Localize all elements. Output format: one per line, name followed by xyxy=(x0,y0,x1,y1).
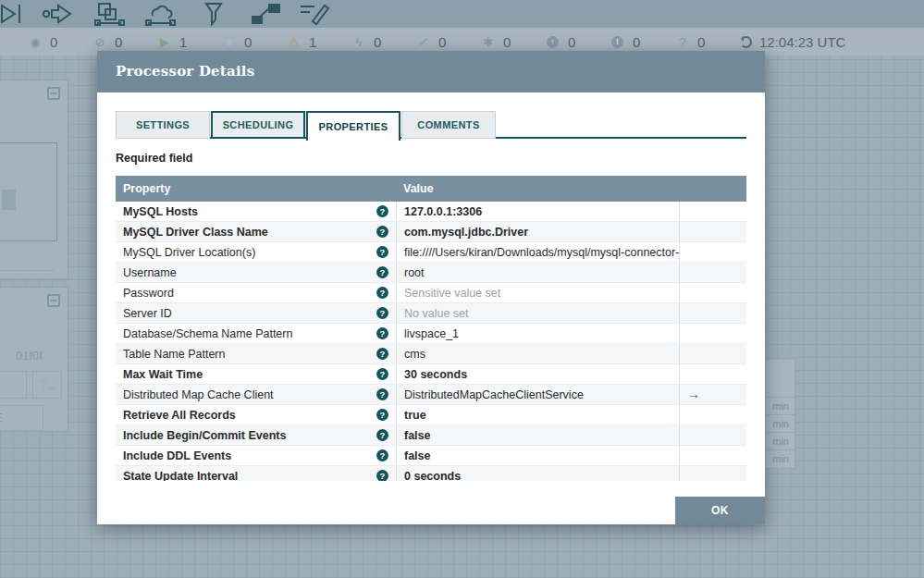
last-refresh-time: 12:04:23 UTC xyxy=(759,34,845,50)
locally-modified-stale-icon: ! xyxy=(611,36,623,48)
help-icon[interactable]: ? xyxy=(376,266,388,278)
property-row: Max Wait Time?30 seconds xyxy=(116,364,746,385)
property-value: file:////Users/kiran/Downloads/mysql/mys… xyxy=(396,242,679,262)
remote-process-group-icon[interactable] xyxy=(144,2,178,26)
locally-modified-stale-count: 0 xyxy=(633,34,640,50)
property-row: Include DDL Events?false xyxy=(116,446,746,466)
go-to-service-icon[interactable]: → xyxy=(687,387,700,401)
help-icon[interactable]: ? xyxy=(376,327,388,339)
help-icon[interactable]: ? xyxy=(376,226,388,238)
property-row: MySQL Driver Location(s)?file:////Users/… xyxy=(116,242,746,263)
locally-modified-icon: ✱ xyxy=(479,35,498,49)
property-extra-cell xyxy=(679,242,746,262)
property-extra-cell xyxy=(679,202,746,221)
nifi-application: 01f0f ETE minminminmin xyxy=(0,0,924,578)
stale-count: 0 xyxy=(568,34,575,50)
refresh-icon[interactable] xyxy=(740,36,752,48)
collapse-icon[interactable] xyxy=(47,87,60,100)
stopped-icon: ■ xyxy=(220,35,239,49)
process-group-icon[interactable] xyxy=(93,2,127,26)
divider xyxy=(0,270,55,271)
property-name-cell: Table Name Pattern? xyxy=(116,344,396,363)
property-name-cell: Retrieve All Records? xyxy=(116,405,396,424)
label-icon[interactable] xyxy=(298,2,331,26)
template-icon[interactable] xyxy=(250,2,283,26)
property-row: Database/Schema Name Pattern?livspace_1 xyxy=(116,324,746,344)
property-extra-cell xyxy=(679,263,746,282)
property-name: Password xyxy=(123,287,174,300)
status-transmitting: ◉0 xyxy=(26,28,91,55)
property-extra-cell xyxy=(679,283,746,302)
processor-details-dialog: Processor Details SETTINGSSCHEDULINGPROP… xyxy=(97,51,765,524)
dialog-tabs: SETTINGSSCHEDULINGPROPERTIESCOMMENTS xyxy=(116,111,497,142)
help-icon[interactable]: ? xyxy=(376,246,388,258)
ok-button[interactable]: OK xyxy=(675,497,765,524)
help-icon[interactable]: ? xyxy=(376,287,388,299)
property-value: Sensitive value set xyxy=(396,283,679,302)
disabled-count: 0 xyxy=(374,34,381,50)
help-icon[interactable]: ? xyxy=(376,409,388,421)
transmitting-icon: ◉ xyxy=(26,35,44,49)
component-action-tile[interactable] xyxy=(32,371,62,399)
property-name-cell: Password? xyxy=(116,283,396,302)
property-value: No value set xyxy=(396,303,679,323)
dialog-header: Processor Details xyxy=(97,51,765,92)
property-row: MySQL Driver Class Name?com.mysql.jdbc.D… xyxy=(116,222,746,242)
help-icon[interactable]: ? xyxy=(376,307,388,319)
property-row: Password?Sensitive value set xyxy=(116,283,746,303)
properties-table: Property Value MySQL Hosts?127.0.0.1:330… xyxy=(116,176,746,481)
property-name: State Update Interval xyxy=(123,470,238,481)
property-name-cell: State Update Interval? xyxy=(116,466,396,481)
property-name-cell: MySQL Driver Class Name? xyxy=(116,222,396,241)
property-value: false xyxy=(396,425,679,445)
property-value: livspace_1 xyxy=(396,324,679,343)
canvas-group-bottom-left[interactable]: 01f0f ETE xyxy=(0,287,68,432)
output-port-icon[interactable] xyxy=(42,2,75,26)
property-name: MySQL Driver Location(s) xyxy=(123,246,255,259)
property-extra-cell xyxy=(679,446,746,465)
locally-modified-count: 0 xyxy=(503,34,511,50)
up-to-date-count: 0 xyxy=(438,34,446,50)
property-extra-cell xyxy=(679,425,746,445)
funnel-icon[interactable] xyxy=(198,2,231,26)
property-extra-cell xyxy=(679,466,746,481)
group-thumbnail xyxy=(2,190,16,210)
canvas-group-top-left[interactable] xyxy=(0,80,68,279)
help-icon[interactable]: ? xyxy=(376,388,388,400)
not-transmitting-icon: ⊘ xyxy=(91,35,109,49)
property-name: Server ID xyxy=(123,307,172,320)
hierarchy-icon xyxy=(40,379,55,390)
tab-settings[interactable]: SETTINGS xyxy=(116,111,210,139)
group-inner-frame xyxy=(0,142,57,241)
component-action-tile[interactable] xyxy=(0,371,27,399)
help-icon[interactable]: ? xyxy=(376,368,388,380)
help-icon[interactable]: ? xyxy=(376,348,388,360)
property-name: Database/Schema Name Pattern xyxy=(123,327,292,340)
component-id-text: 01f0f xyxy=(16,349,43,363)
property-name-cell: Database/Schema Name Pattern? xyxy=(116,324,396,343)
tab-comments[interactable]: COMMENTS xyxy=(401,111,496,139)
help-icon[interactable]: ? xyxy=(376,449,388,461)
collapse-icon[interactable] xyxy=(47,294,60,307)
property-name: Include Begin/Commit Events xyxy=(123,429,286,442)
property-name: Include DDL Events xyxy=(123,449,231,462)
property-name-cell: Max Wait Time? xyxy=(116,364,396,384)
property-value: DistributedMapCacheClientService xyxy=(396,385,679,404)
property-name: MySQL Hosts xyxy=(123,205,198,218)
property-name: Username xyxy=(123,266,177,279)
invalid-icon: ⚠ xyxy=(285,35,303,49)
tab-scheduling[interactable]: SCHEDULING xyxy=(211,111,305,139)
property-value: 30 seconds xyxy=(396,364,679,384)
property-name-cell: Username? xyxy=(116,263,396,282)
delete-button[interactable]: ETE xyxy=(0,405,43,431)
help-icon[interactable]: ? xyxy=(376,205,388,217)
property-name-cell: Include Begin/Commit Events? xyxy=(116,425,396,445)
property-name-cell: Server ID? xyxy=(116,303,396,323)
help-icon[interactable]: ? xyxy=(376,429,388,441)
tab-properties[interactable]: PROPERTIES xyxy=(306,111,400,141)
property-name-cell: Distributed Map Cache Client? xyxy=(116,385,396,404)
property-extra-cell xyxy=(679,303,746,323)
column-header-value: Value xyxy=(396,176,679,202)
input-port-icon[interactable] xyxy=(0,2,22,26)
help-icon[interactable]: ? xyxy=(376,470,388,481)
